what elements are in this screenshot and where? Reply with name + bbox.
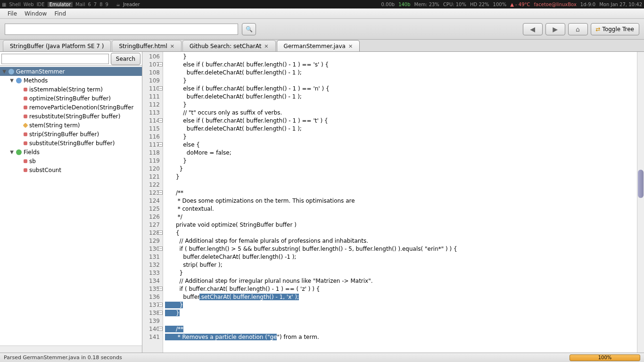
- tree-icon: [24, 97, 27, 100]
- tree-label: resubstitute(StringBuffer buffer): [29, 113, 120, 120]
- clock: Mon Jan 27, 10:42: [599, 2, 642, 7]
- tree-item[interactable]: stem(String term): [0, 121, 142, 130]
- code-editor[interactable]: 106107−108109110−111112113114−115116117−…: [142, 52, 644, 353]
- tab-bar: StringBuffer (Java Platform SE 7 )String…: [0, 40, 644, 52]
- vscrollbar-thumb[interactable]: [638, 170, 644, 198]
- tree-item[interactable]: substCount: [0, 165, 142, 174]
- toolbar: 🔍 ◀ ▶ ⌂ ⇄ Toggle Tree: [0, 19, 644, 40]
- vscrollbar[interactable]: [637, 52, 644, 353]
- taskbar-item[interactable]: IDE: [37, 2, 45, 7]
- tree-icon: [24, 88, 27, 91]
- search-button[interactable]: 🔍: [242, 23, 256, 35]
- tree-icon: [24, 168, 27, 172]
- fold-icon[interactable]: −: [158, 311, 163, 315]
- menu-file[interactable]: File: [4, 9, 21, 18]
- os-taskbar: ▦ Shell Web IDE Emulator Mail 6 7 8 9 ☕ …: [0, 0, 644, 8]
- tree-icon: [16, 78, 22, 83]
- tree-icon: [23, 123, 28, 128]
- status-bar: Parsed GermanStemmer.java in 0.18 second…: [0, 353, 644, 362]
- tree-item[interactable]: resubstitute(StringBuffer buffer): [0, 112, 142, 121]
- tree-icon: [16, 149, 22, 155]
- search-icon: 🔍: [246, 26, 253, 33]
- home-icon: ⌂: [576, 25, 580, 33]
- app-icon: ☕: [116, 2, 120, 7]
- taskbar-item[interactable]: Web: [24, 2, 34, 7]
- tree-item[interactable]: sb: [0, 156, 142, 165]
- close-icon[interactable]: ✕: [348, 43, 353, 49]
- taskbar-item[interactable]: 9: [106, 2, 108, 7]
- fold-icon[interactable]: −: [158, 118, 163, 123]
- fold-icon[interactable]: −: [158, 62, 163, 66]
- home-button[interactable]: ⌂: [568, 23, 588, 35]
- taskbar-item[interactable]: Shell: [9, 2, 20, 7]
- net-stat: 0.00b: [381, 2, 395, 7]
- tree-item[interactable]: isStemmable(String term): [0, 85, 142, 94]
- tree-label: strip(StringBuffer buffer): [29, 131, 99, 138]
- zoom-indicator[interactable]: 100%: [570, 354, 640, 361]
- mem-stat: Mem: 23%: [414, 2, 439, 7]
- tree-icon: [24, 115, 27, 118]
- tab-label: StringBuffer (Java Platform SE 7 ): [10, 43, 104, 49]
- forward-icon: ▶: [553, 25, 558, 33]
- fold-icon[interactable]: −: [158, 327, 163, 331]
- menu-window[interactable]: Window: [21, 9, 50, 18]
- fold-icon[interactable]: −: [158, 247, 163, 251]
- workspace: 1d-9:0: [580, 2, 595, 7]
- tab[interactable]: GermanStemmer.java✕: [277, 40, 360, 51]
- tree-label: sb: [29, 158, 36, 165]
- code-area[interactable]: } else if ( buffer.charAt( buffer.length…: [163, 52, 637, 353]
- cpu-stat: CPU: 10%: [443, 2, 466, 7]
- close-icon[interactable]: ✕: [264, 43, 268, 49]
- taskbar-item[interactable]: 7: [94, 2, 97, 7]
- taskbar-item[interactable]: Mail: [75, 2, 85, 7]
- outline-tree[interactable]: ▼GermanStemmer▼MethodsisStemmable(String…: [0, 66, 142, 346]
- taskbar-item[interactable]: 8: [99, 2, 102, 7]
- tree-item[interactable]: ▼Fields: [0, 148, 142, 156]
- main-area: Search ▼GermanStemmer▼MethodsisStemmable…: [0, 52, 644, 353]
- fold-icon[interactable]: −: [158, 287, 163, 291]
- tree-item[interactable]: ▼Methods: [0, 76, 142, 85]
- twisty-icon[interactable]: ▼: [2, 69, 7, 74]
- tab-label: GermanStemmer.java: [284, 43, 346, 49]
- toggle-tree-label: Toggle Tree: [603, 26, 634, 33]
- tree-label: Fields: [24, 149, 40, 156]
- sidebar-search-input[interactable]: [1, 54, 109, 64]
- tree-label: substitute(StringBuffer buffer): [29, 140, 115, 147]
- battery-stat: 100%: [493, 2, 507, 7]
- search-input[interactable]: [5, 24, 238, 35]
- tree-item[interactable]: removeParticleDenotion(StringBuffer: [0, 103, 142, 112]
- tab[interactable]: StringBuffer.html✕: [112, 40, 182, 51]
- tree-label: optimize(StringBuffer buffer): [29, 95, 111, 102]
- menu-find[interactable]: Find: [50, 9, 70, 18]
- tab[interactable]: StringBuffer (Java Platform SE 7 ): [3, 40, 111, 51]
- fold-icon[interactable]: −: [158, 142, 163, 147]
- back-button[interactable]: ◀: [523, 23, 543, 35]
- taskbar-item[interactable]: 6: [88, 2, 91, 7]
- tree-icon: [24, 106, 27, 109]
- twisty-icon[interactable]: ▼: [9, 78, 14, 83]
- forward-button[interactable]: ▶: [545, 23, 565, 35]
- fold-icon[interactable]: −: [158, 86, 163, 90]
- tree-item[interactable]: substitute(StringBuffer buffer): [0, 139, 142, 148]
- tree-item[interactable]: ▼GermanStemmer: [0, 67, 142, 76]
- toggle-tree-button[interactable]: ⇄ Toggle Tree: [591, 23, 639, 35]
- tree-label: GermanStemmer: [16, 68, 65, 75]
- taskbar-item-active[interactable]: Emulator: [48, 2, 73, 7]
- close-icon[interactable]: ✕: [170, 43, 174, 49]
- sidebar-hscroll[interactable]: [0, 346, 142, 353]
- fold-icon[interactable]: −: [158, 230, 163, 235]
- sidebar-search-button[interactable]: Search: [111, 53, 140, 65]
- status-message: Parsed GermanStemmer.java in 0.18 second…: [4, 354, 122, 361]
- sidebar-search: Search: [0, 52, 142, 66]
- taskbar-stats: 0.00b 140b Mem: 23% CPU: 10% HD 22% 100%…: [381, 2, 642, 7]
- tree-icon: [24, 159, 27, 163]
- tree-item[interactable]: optimize(StringBuffer buffer): [0, 94, 142, 103]
- tree-item[interactable]: strip(StringBuffer buffer): [0, 130, 142, 139]
- fold-icon[interactable]: −: [158, 303, 163, 307]
- taskbar-grid-icon[interactable]: ▦: [2, 2, 6, 7]
- fold-icon[interactable]: −: [158, 190, 163, 195]
- tree-icon: [8, 69, 14, 74]
- tab[interactable]: Github Search: setCharAt✕: [182, 40, 276, 51]
- toggle-tree-icon: ⇄: [596, 26, 601, 33]
- twisty-icon[interactable]: ▼: [9, 149, 14, 155]
